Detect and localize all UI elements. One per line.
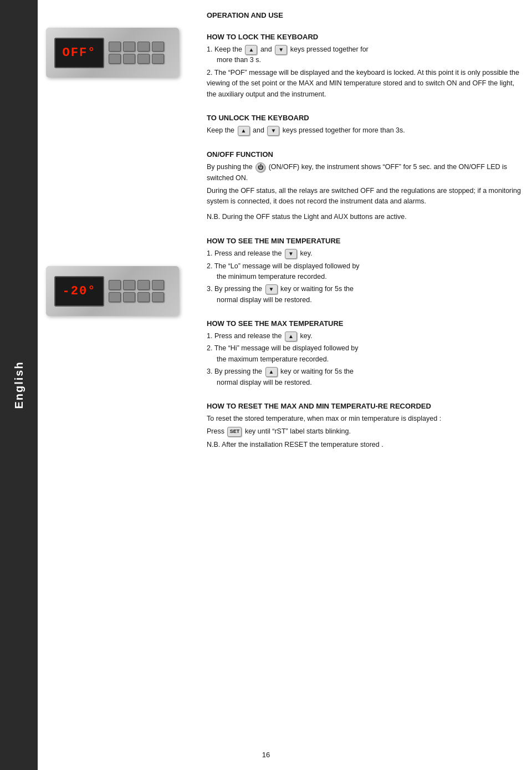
up-arrow-key-icon-2: ▲: [238, 126, 250, 136]
device-buttons-2: [109, 280, 164, 302]
lock-item-1: 1. Keep the ▲ and ▼ keys pressed togethe…: [207, 44, 521, 66]
power-key-icon: ⏻: [255, 162, 265, 172]
max-temp-item-1: 1. Press and release the ▲ key.: [207, 331, 521, 341]
device-image-1: OFF°: [46, 28, 179, 78]
device-screen-2: -20°: [54, 276, 104, 307]
page-number: 16: [262, 751, 270, 759]
device-btn-1c: [137, 42, 150, 52]
page-container: English OFF°: [0, 0, 532, 770]
lock-item-2: 2. The “POF” message will be displayed a…: [207, 68, 521, 100]
up-arrow-key-icon-3: ▲: [285, 332, 297, 341]
section-title-min-temp: HOW TO SEE THE MIN TEMPERATURE: [207, 237, 521, 245]
section-title-max-temp: HOW TO SEE THE MAX TEMPERATURE: [207, 319, 521, 328]
device-btn-1a: [109, 42, 121, 52]
device-btn-1g: [137, 54, 150, 64]
up-arrow-key-icon-1: ▲: [245, 45, 257, 55]
section-title-unlock: TO UNLOCK THE KEYBOARD: [207, 114, 521, 122]
min-temp-item-2: 2. The “Lo” message will be displayed fo…: [207, 261, 521, 283]
sidebar: English: [0, 0, 38, 770]
device-screen-1: OFF°: [54, 38, 104, 68]
device-btn-2h: [152, 292, 164, 302]
device-btn-1e: [109, 54, 121, 64]
onoff-body1: By pushing the ⏻ (ON/OFF) key, the instr…: [207, 162, 521, 183]
down-arrow-key-icon-2: ▼: [267, 126, 279, 136]
device-btn-1h: [152, 54, 164, 64]
set-key-icon: SET: [227, 427, 242, 437]
max-temp-item-2: 2. The “Hi” message will be displayed fo…: [207, 343, 521, 365]
unlock-body: Keep the ▲ and ▼ keys pressed together f…: [207, 125, 521, 136]
left-column: OFF°: [46, 11, 196, 452]
device-display-text-1: OFF°: [63, 46, 96, 60]
device-btn-2b: [123, 280, 135, 290]
reset-body2: Press SET key until “rST” label starts b…: [207, 426, 521, 437]
device-btn-2c: [137, 280, 150, 290]
device-btn-1b: [123, 42, 135, 52]
device-image-2: -20°: [46, 266, 179, 316]
reset-body3: N.B. After the installation RESET the te…: [207, 440, 521, 450]
device-button-row-bottom-2: [109, 292, 164, 302]
onoff-body2: During the OFF status, all the relays ar…: [207, 186, 521, 207]
max-temp-item-3: 3. By pressing the ▲ key or waiting for …: [207, 366, 521, 388]
device-display-text-2: -20°: [63, 284, 96, 298]
device-btn-2f: [123, 292, 135, 302]
section-title-lock: HOW TO LOCK THE KEYBOARD: [207, 33, 521, 41]
device-button-row-top-2: [109, 280, 164, 290]
sidebar-label: English: [13, 361, 25, 409]
content-columns: OFF°: [38, 11, 532, 452]
reset-body1: To reset the stored temperature, when ma…: [207, 414, 521, 424]
section-title-onoff: ON/OFF FUNCTION: [207, 150, 521, 159]
section-title-reset: HOW TO RESET THE MAX AND MIN TEMPERATU-R…: [207, 402, 521, 410]
device-btn-2e: [109, 292, 121, 302]
main-content: OFF°: [38, 0, 532, 770]
device-btn-1d: [152, 42, 164, 52]
device-btn-1f: [123, 54, 135, 64]
onoff-body3: N.B. During the OFF status the Light and…: [207, 212, 521, 222]
device-btn-2g: [137, 292, 150, 302]
min-temp-item-3: 3. By pressing the ▼ key or waiting for …: [207, 284, 521, 305]
device-btn-2d: [152, 280, 164, 290]
right-column: OPERATION AND USE HOW TO LOCK THE KEYBOA…: [196, 11, 532, 452]
down-arrow-key-icon-4: ▼: [265, 284, 278, 294]
page-title: OPERATION AND USE: [207, 11, 521, 19]
device-button-row-bottom-1: [109, 54, 164, 64]
down-arrow-key-icon-1: ▼: [275, 45, 287, 55]
device-btn-2a: [109, 280, 121, 290]
min-temp-item-1: 1. Press and release the ▼ key.: [207, 248, 521, 259]
device-buttons-1: [109, 42, 164, 64]
device-button-row-top-1: [109, 42, 164, 52]
down-arrow-key-icon-3: ▼: [285, 249, 297, 259]
up-arrow-key-icon-4: ▲: [265, 367, 278, 377]
